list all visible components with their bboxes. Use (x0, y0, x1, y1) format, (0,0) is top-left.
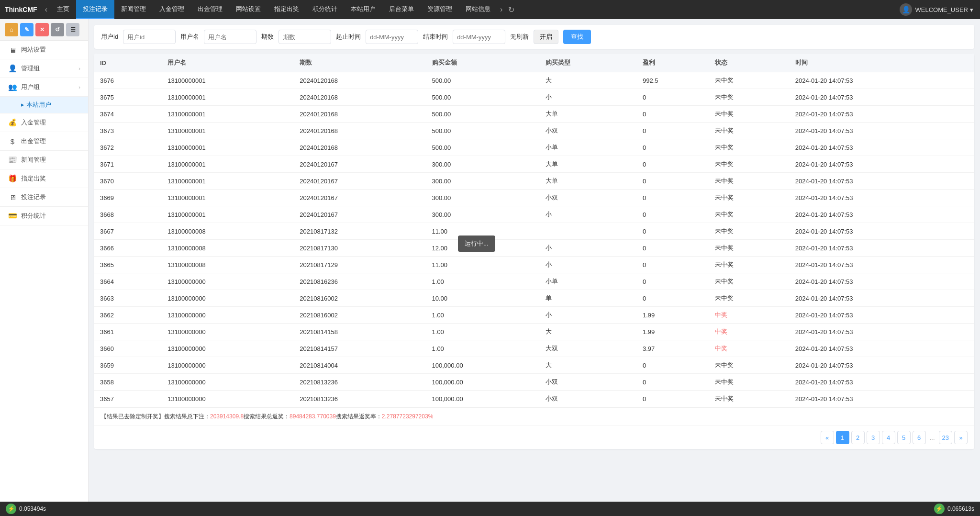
nav-item-积分统计[interactable]: 积分统计 (306, 0, 344, 19)
sidebar-item-user-group[interactable]: 👥 用户组 › (0, 78, 88, 97)
nav-item-入金管理[interactable]: 入金管理 (153, 0, 191, 19)
table-row: 36681310000000120240120167300.00小0未中奖202… (94, 206, 974, 223)
toolbar-refresh-button[interactable]: ↺ (51, 23, 64, 36)
sidebar-item-site-users[interactable]: ▸ 本站用户 (0, 97, 88, 113)
table-cell: 3658 (94, 374, 162, 391)
table-cell: 2024-01-20 14:07:53 (790, 156, 974, 173)
table-cell: 13100000000 (162, 340, 294, 357)
table-cell: 未中奖 (709, 123, 790, 139)
pagination-page-button[interactable]: 1 (836, 431, 849, 444)
filter-period-input[interactable] (278, 30, 331, 44)
table-cell: 2024-01-20 14:07:53 (790, 374, 974, 391)
nav-item-资源管理[interactable]: 资源管理 (421, 0, 459, 19)
nav-item-指定出奖[interactable]: 指定出奖 (267, 0, 306, 19)
bottom-status-bar: ⚡ 0.053494s ⚡ 0.065613s (0, 502, 980, 516)
table-header-期数: 期数 (294, 54, 426, 72)
table-cell: 大 (540, 72, 637, 89)
nav-item-新闻管理[interactable]: 新闻管理 (114, 0, 153, 19)
table-cell: 大单 (540, 156, 637, 173)
table-cell: 3675 (94, 89, 162, 106)
pagination-prev-button[interactable]: « (821, 431, 834, 444)
table-cell: 3664 (94, 273, 162, 290)
table-cell: 0 (637, 374, 709, 391)
sidebar-item-designated-prize[interactable]: 🎁 指定出奖 (0, 169, 88, 188)
table-cell: 0 (637, 190, 709, 206)
filter-userid-input[interactable] (123, 30, 176, 44)
pagination-page-button[interactable]: 4 (882, 431, 895, 444)
sidebar-item-deposit[interactable]: 💰 入金管理 (0, 113, 88, 132)
nav-item-出金管理[interactable]: 出金管理 (191, 0, 229, 19)
table-cell: 300.00 (426, 206, 540, 223)
table-cell: 3660 (94, 340, 162, 357)
user-info[interactable]: 👤 WELCOME_USER ▾ (900, 3, 973, 16)
filter-end-time-label: 结束时间 (423, 33, 448, 41)
table-cell: 20210817130 (294, 240, 426, 257)
filter-start-time-label: 起止时间 (336, 33, 361, 41)
sidebar-menu: 🖥 网站设置 👤 管理组 › 👥 用户组 › ▸ 本站用户 💰 入金管理 $ 出… (0, 41, 88, 225)
table-cell: 未中奖 (709, 290, 790, 307)
nav-item-本站用户[interactable]: 本站用户 (344, 0, 382, 19)
nav-item-后台菜单[interactable]: 后台菜单 (382, 0, 421, 19)
table-header-盈利: 盈利 (637, 54, 709, 72)
table-cell: 1.00 (426, 307, 540, 324)
pagination-last-button[interactable]: 23 (939, 431, 952, 444)
records-table: ID用户名期数购买金额购买类型盈利状态时间 367613100000001202… (94, 54, 974, 407)
toolbar-home-button[interactable]: ⌂ (5, 23, 18, 36)
nav-item-网站信息[interactable]: 网站信息 (459, 0, 497, 19)
table-cell: 未中奖 (709, 190, 790, 206)
pagination-pages: 123456 (836, 431, 926, 444)
toolbar-edit-button[interactable]: ✎ (20, 23, 33, 36)
table-cell: 2024-01-20 14:07:53 (790, 273, 974, 290)
nav-item-主页[interactable]: 主页 (50, 0, 76, 19)
user-label: WELCOME_USER (915, 6, 968, 13)
table-cell: 300.00 (426, 190, 540, 206)
sidebar-item-bet-records[interactable]: 🖥 投注记录 (0, 188, 88, 207)
admin-group-icon: 👤 (8, 64, 17, 73)
filter-end-time-input[interactable] (453, 30, 505, 44)
sidebar-item-points[interactable]: 💳 积分统计 (0, 207, 88, 225)
pagination-page-button[interactable]: 6 (913, 431, 926, 444)
sidebar-item-label: 出金管理 (21, 137, 46, 146)
nav-item-网站设置[interactable]: 网站设置 (229, 0, 267, 19)
filter-username-input[interactable] (204, 30, 256, 44)
table-cell: 0 (637, 273, 709, 290)
user-dropdown-icon: ▾ (970, 6, 973, 13)
sidebar-item-news[interactable]: 📰 新闻管理 (0, 151, 88, 169)
toolbar-close-button[interactable]: ✕ (35, 23, 49, 36)
table-cell: 20240120168 (294, 106, 426, 123)
sidebar-item-withdrawal[interactable]: $ 出金管理 (0, 132, 88, 151)
nav-item-投注记录[interactable]: 投注记录 (76, 0, 114, 19)
table-cell: 13100000001 (162, 156, 294, 173)
nav-refresh-icon[interactable]: ↻ (505, 5, 517, 14)
table-cell: 20240120167 (294, 173, 426, 190)
table-cell: 2024-01-20 14:07:53 (790, 106, 974, 123)
table-cell: 3663 (94, 290, 162, 307)
table-cell: 3668 (94, 206, 162, 223)
perf-right: ⚡ 0.065613s (934, 504, 974, 514)
table-cell: 小双 (540, 123, 637, 139)
nav-prev-arrow[interactable]: ‹ (42, 5, 50, 14)
filter-toggle-button[interactable]: 开启 (534, 30, 558, 44)
filter-search-button[interactable]: 查找 (563, 30, 591, 44)
pagination-next-button[interactable]: » (954, 431, 968, 444)
filter-start-time-input[interactable] (366, 30, 418, 44)
toolbar-menu-button[interactable]: ☰ (66, 23, 79, 36)
table-cell: 13100000000 (162, 357, 294, 374)
pagination-page-button[interactable]: 3 (867, 431, 880, 444)
sidebar-item-admin-group[interactable]: 👤 管理组 › (0, 59, 88, 78)
nav-next-arrow[interactable]: › (497, 5, 505, 14)
table-row: 36591310000000020210814004100,000.00大0未中… (94, 357, 974, 374)
table-header: ID用户名期数购买金额购买类型盈利状态时间 (94, 54, 974, 72)
table-row: 3667131000000082021081713211.000未中奖2024-… (94, 223, 974, 240)
table-row: 366013100000000202108141571.00大双3.97中奖20… (94, 340, 974, 357)
table-header-ID: ID (94, 54, 162, 72)
table-cell: 992.5 (637, 72, 709, 89)
table-row: 366413100000000202108162361.00小单0未中奖2024… (94, 273, 974, 290)
sidebar-item-site-settings[interactable]: 🖥 网站设置 (0, 41, 88, 59)
pagination-page-button[interactable]: 5 (897, 431, 911, 444)
table-row: 36691310000000120240120167300.00小双0未中奖20… (94, 190, 974, 206)
table-cell: 0 (637, 173, 709, 190)
table-cell: 小 (540, 206, 637, 223)
table-cell: 13100000001 (162, 139, 294, 156)
pagination-page-button[interactable]: 2 (851, 431, 865, 444)
